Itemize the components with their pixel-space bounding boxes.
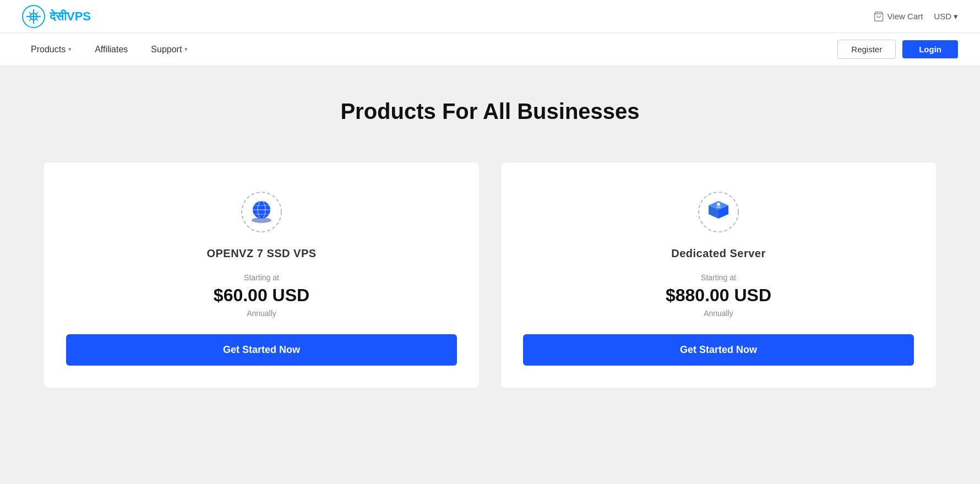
nav-left: Products ▾ Affiliates Support ▾ — [22, 40, 197, 59]
dedicated-server-icon — [696, 190, 741, 234]
openvz-get-started-button[interactable]: Get Started Now — [66, 334, 457, 366]
dedicated-get-started-button[interactable]: Get Started Now — [523, 334, 914, 366]
currency-label: USD — [934, 12, 951, 21]
top-bar-right: View Cart USD ▾ — [873, 11, 958, 22]
nav-item-support[interactable]: Support ▾ — [142, 40, 197, 59]
nav-item-affiliates[interactable]: Affiliates — [86, 40, 137, 59]
cart-icon — [873, 11, 884, 22]
chevron-down-icon-support: ▾ — [184, 46, 188, 53]
openvz-price: $60.00 USD — [214, 285, 309, 306]
vps-icon — [239, 190, 284, 234]
svg-point-9 — [252, 217, 271, 223]
dedicated-price: $880.00 USD — [666, 285, 771, 306]
dedicated-title: Dedicated Server — [671, 247, 765, 260]
dedicated-billing: Annually — [704, 309, 733, 318]
top-bar: देसीVPS View Cart USD ▾ — [0, 0, 980, 33]
currency-selector[interactable]: USD ▾ — [934, 12, 958, 21]
dedicated-starting-at: Starting at — [701, 273, 736, 282]
product-card-dedicated: Dedicated Server Starting at $880.00 USD… — [501, 162, 936, 388]
openvz-billing: Annually — [247, 309, 276, 318]
logo[interactable]: देसीVPS — [22, 5, 91, 28]
product-card-openvz: OPENVZ 7 SSD VPS Starting at $60.00 USD … — [44, 162, 479, 388]
register-button[interactable]: Register — [837, 40, 896, 59]
currency-chevron-icon: ▾ — [954, 12, 958, 21]
cart-link[interactable]: View Cart — [873, 11, 923, 22]
products-section: OPENVZ 7 SSD VPS Starting at $60.00 USD … — [0, 146, 980, 421]
openvz-title: OPENVZ 7 SSD VPS — [206, 247, 316, 260]
nav-item-products[interactable]: Products ▾ — [22, 40, 80, 59]
hero-title: Products For All Businesses — [22, 99, 958, 124]
hero-section: Products For All Businesses — [0, 66, 980, 146]
logo-icon — [22, 5, 45, 28]
logo-text: देसीVPS — [50, 9, 91, 24]
openvz-starting-at: Starting at — [244, 273, 279, 282]
nav-products-label: Products — [31, 45, 66, 55]
nav-affiliates-label: Affiliates — [95, 45, 128, 55]
nav-support-label: Support — [151, 45, 182, 55]
chevron-down-icon: ▾ — [68, 46, 72, 53]
nav-bar: Products ▾ Affiliates Support ▾ Register… — [0, 33, 980, 66]
login-button[interactable]: Login — [902, 40, 958, 58]
cart-label: View Cart — [888, 12, 923, 21]
nav-right: Register Login — [837, 40, 958, 59]
svg-point-14 — [717, 203, 720, 206]
